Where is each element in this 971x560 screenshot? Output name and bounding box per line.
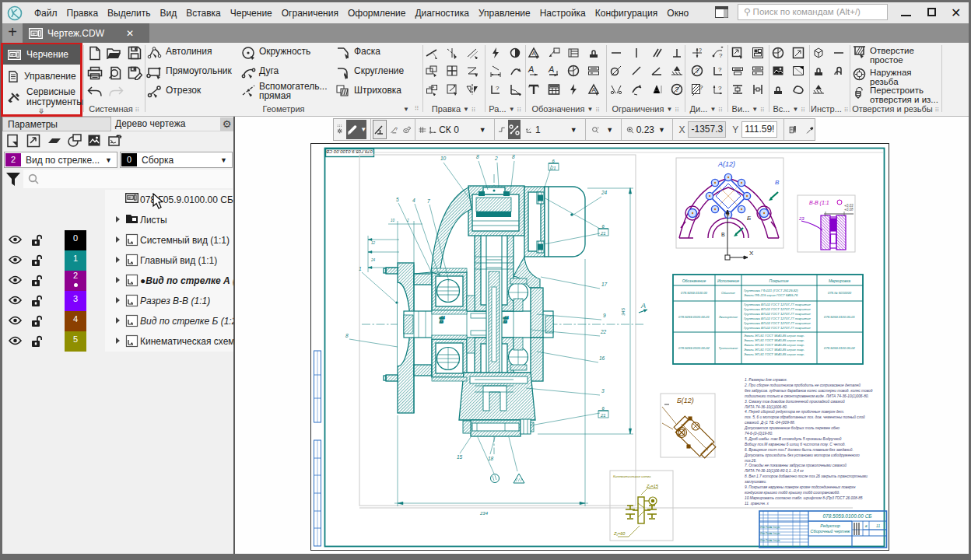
svg-text:№ докум.: № докум. [769,526,780,529]
svg-text:Грунтовка ВЛ-02 ГОСТ 12707-77: Грунтовка ВЛ-02 ГОСТ 12707-77 покрытие [744,307,812,311]
svg-text:поз. 5, 6 и моторов обработанн: поз. 5, 6 и моторов обработанных поз. до… [745,415,865,419]
svg-text:?: ? [675,86,679,93]
svg-text:21: 21 [600,231,606,236]
svg-text:Допускается применение бодрых: Допускается применение бодрых толь перем… [744,426,840,430]
svg-text:Тропическое: Тропическое [719,346,739,350]
svg-text:17: 17 [601,282,608,287]
svg-text:А: А [640,302,646,310]
svg-text:10.Маркировать согласно табл.: 10.Маркировать согласно табл. шрифтом 8-… [745,496,863,500]
svg-text:Грунтовка ВЛ-02 ГОСТ 12707-77: Грунтовка ВЛ-02 ГОСТ 12707-77 покрытие [744,312,812,316]
svg-text:078.5059.0100.00-02: 078.5059.0100.00-02 [824,346,855,350]
svg-text:9: 9 [603,313,606,318]
svg-text:подшипники только в смонтирова: подшипники только в смонтированном виде.… [745,394,869,398]
svg-text:Допускать произодить без устан: Допускать произодить без установки мотор… [744,453,860,457]
svg-text:1. Размеры для справок.: 1. Размеры для справок. [745,378,787,382]
svg-text:Эмаль ЭП-51 ГОСТ 9640-85 серая: Эмаль ЭП-51 ГОСТ 9640-85 серая покр. [744,352,804,356]
svg-text:A: A [528,65,534,74]
svg-text:в: в [865,523,868,528]
svg-text:поз.26.: поз.26. [745,459,757,463]
svg-text:B: B [775,179,780,186]
svg-text:ЛИТА 74-36-10(1)06-80 0,1...0: ЛИТА 74-36-10(1)06-80 0,1...0,4 кг [744,469,804,473]
svg-text:Вобщу поз.М каранины 6 шлиц б: Вобщу поз.М каранины 6 шлиц б чистота по… [745,443,846,446]
svg-text:Обозначение: Обозначение [682,278,706,283]
svg-text:Эмаль ЭП-51 ГОСТ 9640-85 серая: Эмаль ЭП-51 ГОСТ 9640-85 серая покр. [744,338,804,342]
svg-text:?: ? [718,66,722,73]
svg-text:3: 3 [601,388,605,394]
svg-text:15: 15 [457,454,463,460]
svg-text:345: 345 [621,307,626,316]
svg-text:23: 23 [798,216,804,221]
svg-text:21: 21 [600,413,606,418]
svg-text:11. граничн. х: 11. граничн. х [745,502,769,506]
svg-text:?: ? [718,85,722,92]
svg-text:№ докум.: № докум. [769,532,780,535]
svg-text:24: 24 [601,190,608,195]
svg-text:2: 2 [406,219,409,222]
svg-text:8. Вел 1.7 которов добавочно п: 8. Вел 1.7 которов добавочно после поз.2… [745,474,868,478]
svg-text:ЛИТА 74-36-10(1)006-80.: ЛИТА 74-36-10(1)006-80. [744,405,787,409]
svg-text:?: ? [395,127,398,131]
svg-text:Эмаль ПФ-115 серая ГОСТ 6465-7: Эмаль ПФ-115 серая ГОСТ 6465-76 [744,293,798,297]
svg-text:Сборочный чертеж: Сборочный чертеж [811,529,850,534]
svg-text:?: ? [719,52,723,59]
svg-text:11: 11 [876,523,880,528]
svg-text:A: A [548,65,554,74]
svg-text:12: 12 [371,241,376,245]
svg-text:Б(12): Б(12) [677,397,694,404]
svg-text:4: 4 [412,198,415,203]
svg-text:7: 7 [427,198,430,204]
svg-text:22: 22 [600,329,607,334]
svg-text:Кинематическая схема: Кинематическая схема [613,474,651,478]
svg-text:?: ? [496,85,500,92]
svg-text:078.5059.0100.00: 078.5059.0100.00 [681,291,707,295]
svg-text:Грунтовка ГФ-021 (ГОСТ 25129-8: Грунтовка ГФ-021 (ГОСТ 25129-82) [744,289,798,292]
svg-text:7. Отводы не показанны забрусо: 7. Отводы не показанны забрусов проволоч… [745,463,847,467]
svg-text:?: ? [696,67,699,75]
svg-text:078.5059.0100.00-01: 078.5059.0100.00-01 [678,315,710,319]
svg-text:18: 18 [488,456,494,461]
svg-text:+0,03: +0,03 [844,204,854,208]
svg-text:8: 8 [345,333,349,338]
svg-text:1: 1 [359,266,362,271]
svg-text:078.5059.0100.00-01: 078.5059.0100.00-01 [824,315,855,319]
svg-text:Грунтовка ВЛ-02 ГОСТ 12707-77: Грунтовка ВЛ-02 ГОСТ 12707-77 покрытие [744,317,812,320]
svg-text:Грунтовка ВЛ-02 ГОСТ 12707-77: Грунтовка ВЛ-02 ГОСТ 12707-77 покрытие [744,303,812,306]
svg-text:Экспортное: Экспортное [719,315,738,319]
svg-text:Б: Б [747,215,751,222]
svg-text:смазкой. Д-(1 ТБ.-04-(009-88.: смазкой. Д-(1 ТБ.-04-(009-88. [745,420,795,425]
svg-text:16: 16 [599,355,605,361]
svg-text:234: 234 [479,511,489,516]
svg-text:X: X [749,250,754,257]
svg-text:Грунтовка ВЛ-02 ГОСТ 12707-77: Грунтовка ВЛ-02 ГОСТ 12707-77 покрытие [744,326,812,330]
svg-text:9. Покрытая наружны поверхн кр: 9. Покрытая наружны поверхн кроме подсое… [745,485,856,489]
svg-text:?: ? [699,84,703,91]
svg-text:8: 8 [512,154,515,159]
svg-text:Z₁=60: Z₁=60 [613,531,626,536]
svg-text:Эмаль ЭП-51 ГОСТ 9640-85 серая: Эмаль ЭП-51 ГОСТ 9640-85 серая покр. [744,334,804,338]
svg-text:Эмаль ЭП-51 ГОСТ 9640-85 серая: Эмаль ЭП-51 ГОСТ 9640-85 серая покр. [744,343,804,347]
svg-text:заглушками.: заглушками. [744,480,766,484]
svg-text:2: 2 [494,156,498,161]
svg-text:Покрытие: Покрытие [769,278,789,283]
svg-text:№ докум.: № докум. [769,539,780,542]
svg-text:10: 10 [440,156,447,161]
svg-text:Грунтовка ВЛ-02 ГОСТ 12707-77: Грунтовка ВЛ-02 ГОСТ 12707-77 покрытие [744,321,812,325]
svg-text:Редуктор: Редуктор [820,523,840,528]
svg-text:5. Дроб шабы. так В стомодуль: 5. Дроб шабы. так В стомодуль 5 прокашы … [745,436,842,441]
svg-text:без забрусов. зубчатых барабан: без забрусов. зубчатых барабанов колес ш… [745,389,873,393]
svg-text:3. Смазку тов доводов дополнен: 3. Смазку тов доводов дополненной прокла… [745,399,845,404]
svg-text:Z₂=15: Z₂=15 [646,484,659,488]
svg-text:12: 12 [503,320,507,324]
svg-text:Обычное: Обычное [721,291,735,295]
svg-text:24: 24 [370,258,376,262]
svg-text:5: 5 [396,197,399,202]
svg-text:В-В (1:1: В-В (1:1 [809,200,829,206]
svg-text:078.Г05.9.0100.00 СБ: 078.Г05.9.0100.00 СБ [326,149,373,154]
svg-text:6. Вращение толч поз.Г должно: 6. Вращение толч поз.Г должно быть плавн… [745,447,854,452]
svg-text:кондуском крышко тобд крышку т: кондуском крышко тобд крышку тобд соотра… [745,491,840,495]
svg-text:21: 21 [550,166,556,170]
svg-text:Маркировка: Маркировка [829,278,850,283]
svg-text:A(12): A(12) [717,160,735,168]
svg-text:Эмаль ЭП-51 ГОСТ 9640-85 серая: Эмаль ЭП-51 ГОСТ 9640-85 серая покр. [744,348,804,352]
svg-text:10: 10 [391,219,395,222]
